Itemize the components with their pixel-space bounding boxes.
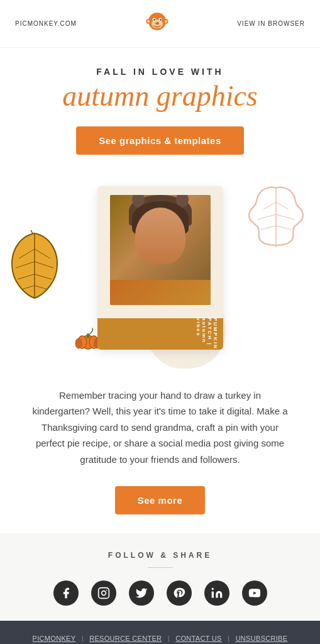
email-wrapper: PICMONKEY.COM <box>0 0 320 644</box>
svg-line-26 <box>261 226 276 230</box>
svg-point-7 <box>147 20 150 23</box>
svg-point-31 <box>75 338 82 348</box>
see-more-button[interactable]: See more <box>115 486 206 514</box>
right-leaf-decoration <box>245 183 307 252</box>
svg-point-35 <box>101 591 106 596</box>
see-graphics-button[interactable]: See graphics & templates <box>76 126 244 155</box>
svg-point-37 <box>211 588 213 590</box>
collage-photo <box>110 195 211 305</box>
header-logo-text: PICMONKEY.COM <box>15 20 77 27</box>
card-vertical-text: PUMPKIN PATCH | autumn vibes <box>196 318 218 349</box>
svg-point-4 <box>153 19 155 20</box>
email-header: PICMONKEY.COM <box>0 0 320 48</box>
see-more-section: See more <box>0 474 320 533</box>
left-leaf-decoration <box>6 230 63 299</box>
footer-links: PICMONKEY | RESOURCE CENTER | CONTACT US… <box>19 635 301 642</box>
youtube-icon[interactable] <box>242 580 267 606</box>
facebook-icon[interactable] <box>53 580 79 606</box>
footer-link-resource[interactable]: RESOURCE CENTER <box>89 635 162 642</box>
footer-link-unsubscribe[interactable]: UNSUBSCRIBE <box>236 635 288 642</box>
svg-point-5 <box>160 19 161 20</box>
pinterest-icon[interactable] <box>167 580 192 606</box>
collage-card: PUMPKIN PATCH | autumn vibes <box>97 186 223 350</box>
svg-line-27 <box>276 226 291 230</box>
footer-link-picmonkey[interactable]: PICMONKEY <box>33 635 76 642</box>
card-stripe: PUMPKIN PATCH | autumn vibes <box>97 318 223 350</box>
svg-line-25 <box>276 214 295 219</box>
email-footer: PICMONKEY | RESOURCE CENTER | CONTACT US… <box>0 621 320 644</box>
svg-point-10 <box>155 22 159 25</box>
view-browser-link[interactable]: VIEW IN BROWSER <box>237 20 305 27</box>
hero-subtitle: FALL IN LOVE WITH <box>25 67 295 77</box>
svg-line-22 <box>263 202 276 209</box>
monkey-logo-icon <box>146 10 168 37</box>
hero-section: FALL IN LOVE WITH autumn graphics See gr… <box>0 48 320 167</box>
social-icons-row <box>25 580 295 606</box>
photo-bg-bottom <box>110 280 211 305</box>
hero-title: autumn graphics <box>25 80 295 113</box>
instagram-icon[interactable] <box>91 580 116 606</box>
footer-link-contact[interactable]: CONTACT US <box>175 635 222 642</box>
follow-section: FOLLOW & SHARE <box>0 533 320 621</box>
face <box>135 208 185 264</box>
body-paragraph: Remember tracing your hand to draw a tur… <box>0 375 320 474</box>
follow-title: FOLLOW & SHARE <box>25 551 295 560</box>
svg-line-23 <box>276 202 289 209</box>
svg-point-9 <box>165 20 167 23</box>
svg-rect-33 <box>87 333 89 338</box>
svg-point-11 <box>155 23 156 23</box>
linkedin-icon[interactable] <box>204 580 229 606</box>
twitter-icon[interactable] <box>129 580 154 606</box>
svg-rect-34 <box>98 588 109 599</box>
follow-divider <box>148 567 173 568</box>
svg-point-36 <box>106 590 107 591</box>
illustration-area: PUMPKIN PATCH | autumn vibes <box>0 180 320 369</box>
svg-line-24 <box>257 214 276 219</box>
